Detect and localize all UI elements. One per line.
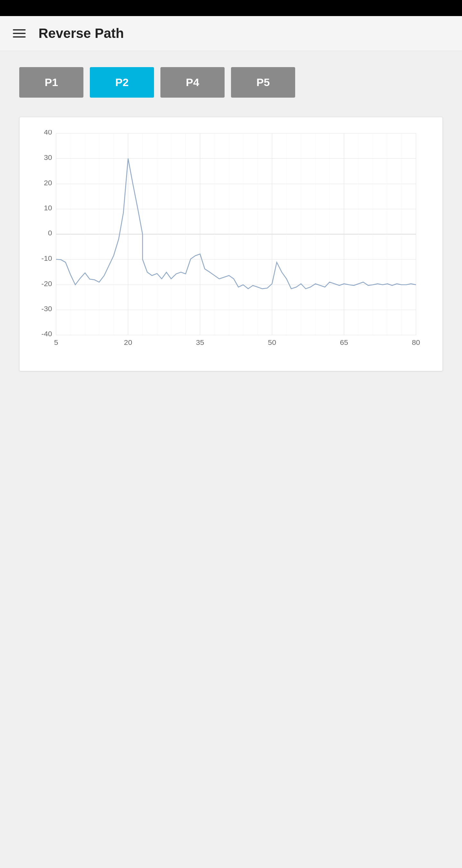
svg-text:20: 20 (124, 338, 132, 346)
tab-p4[interactable]: P4 (160, 67, 225, 98)
svg-text:0: 0 (48, 229, 52, 237)
chart-svg: 40 30 20 10 0 -10 -20 -30 -40 5 20 35 50… (29, 130, 433, 355)
chart-line (56, 159, 416, 289)
menu-icon[interactable] (13, 29, 26, 38)
svg-text:30: 30 (44, 153, 52, 161)
svg-text:40: 40 (44, 130, 52, 136)
status-bar (0, 0, 462, 16)
chart-wrapper: 40 30 20 10 0 -10 -20 -30 -40 5 20 35 50… (29, 130, 433, 355)
svg-text:5: 5 (54, 338, 58, 346)
chart-container: 40 30 20 10 0 -10 -20 -30 -40 5 20 35 50… (19, 117, 443, 371)
tab-p5[interactable]: P5 (231, 67, 295, 98)
svg-text:-40: -40 (41, 330, 52, 338)
tab-p2[interactable]: P2 (90, 67, 154, 98)
svg-text:50: 50 (268, 338, 276, 346)
svg-text:35: 35 (196, 338, 204, 346)
svg-text:-10: -10 (41, 254, 52, 262)
tab-p1[interactable]: P1 (19, 67, 84, 98)
page-title: Reverse Path (38, 26, 124, 41)
content: P1 P2 P4 P5 (0, 51, 462, 387)
svg-text:65: 65 (340, 338, 348, 346)
svg-text:20: 20 (44, 179, 52, 187)
svg-text:-30: -30 (41, 304, 52, 313)
header: Reverse Path (0, 16, 462, 51)
svg-text:80: 80 (412, 338, 420, 346)
tab-bar: P1 P2 P4 P5 (19, 67, 443, 98)
svg-text:-20: -20 (41, 279, 52, 288)
svg-text:10: 10 (44, 204, 52, 212)
